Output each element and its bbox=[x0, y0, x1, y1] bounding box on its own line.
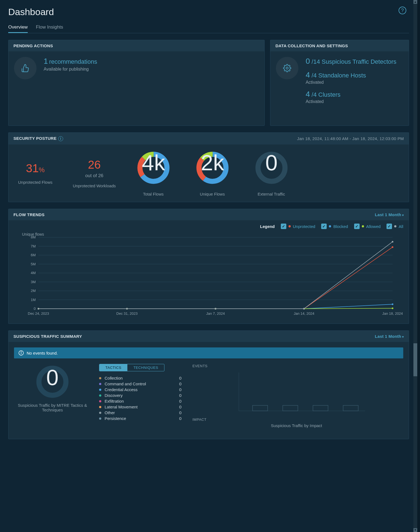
tactic-name: Other bbox=[105, 410, 115, 415]
unprotected-workloads-label: Unprotected Workloads bbox=[70, 183, 118, 188]
tactics-tab[interactable]: TACTICS bbox=[99, 364, 127, 371]
unique-flows-donut: 2k bbox=[195, 150, 230, 186]
scroll-up-arrow-icon[interactable]: ▲ bbox=[413, 0, 417, 4]
vertical-scrollbar[interactable]: ▲ ▼ bbox=[413, 0, 417, 532]
chevron-down-icon: ▾ bbox=[402, 335, 404, 338]
flow-trends-card: FLOW TRENDS Last 1 Month▾ Legend ✓Unprot… bbox=[8, 209, 409, 324]
tactic-name: Collection bbox=[105, 376, 123, 380]
info-icon[interactable]: i bbox=[58, 136, 63, 141]
total-flows-cell: 4k Total Flows bbox=[129, 150, 177, 196]
impact-chart-label: Suspicious Traffic by Impact bbox=[192, 423, 401, 428]
svg-text:8M: 8M bbox=[31, 235, 36, 239]
tactic-row: Other0 bbox=[99, 410, 181, 416]
svg-text:1M: 1M bbox=[31, 298, 36, 302]
tactic-row: Persistence0 bbox=[99, 416, 181, 421]
svg-rect-65 bbox=[343, 405, 358, 411]
tactic-name: Discovery bbox=[105, 393, 123, 398]
legend-allowed[interactable]: ✓Allowed bbox=[354, 224, 381, 229]
checkbox-icon[interactable]: ✓ bbox=[354, 224, 360, 229]
svg-point-49 bbox=[392, 307, 393, 309]
unprotected-workloads-cell: 26 out of 26 Unprotected Workloads bbox=[70, 158, 118, 188]
total-flows-donut: 4k bbox=[136, 150, 171, 186]
scroll-down-arrow-icon[interactable]: ▼ bbox=[413, 528, 417, 532]
unprotected-flows-cell: 31% Unprotected Flows bbox=[11, 162, 59, 185]
svg-point-51 bbox=[126, 308, 128, 310]
svg-text:Dec 24, 2023: Dec 24, 2023 bbox=[28, 311, 49, 316]
data-collection-card: DATA COLLECTION AND SETTINGS 0 /14 Suspi… bbox=[270, 40, 409, 126]
posture-timestamp: Jan 18, 2024, 11:48:00 AM - Jan 18, 2024… bbox=[297, 136, 404, 141]
svg-point-44 bbox=[392, 303, 393, 305]
impact-axis-label: IMPACT bbox=[192, 417, 401, 422]
help-icon[interactable]: ? bbox=[399, 7, 406, 14]
tactic-row: Lateral Movement0 bbox=[99, 404, 181, 410]
tactics-list: Collection0Command and Control0Credentia… bbox=[99, 375, 181, 421]
chevron-down-icon: ▾ bbox=[402, 213, 404, 217]
svg-text:0: 0 bbox=[265, 150, 278, 175]
svg-text:2k: 2k bbox=[201, 150, 224, 175]
legend-all[interactable]: ✓All bbox=[387, 224, 403, 229]
suspicious-header: SUSPICIOUS TRAFFIC SUMMARY bbox=[13, 334, 82, 339]
svg-text:4M: 4M bbox=[31, 271, 36, 275]
security-posture-card: SECURITY POSTUREi Jan 18, 2024, 11:48:00… bbox=[8, 132, 409, 202]
checkbox-icon[interactable]: ✓ bbox=[387, 224, 392, 229]
flow-trends-range-selector[interactable]: Last 1 Month▾ bbox=[375, 212, 404, 217]
pending-recommendation[interactable]: 1 recommendations Available for publishi… bbox=[44, 57, 97, 72]
legend-unprotected[interactable]: ✓Unprotected bbox=[281, 224, 315, 229]
scrollbar-thumb[interactable] bbox=[413, 343, 417, 376]
legend-blocked[interactable]: ✓Blocked bbox=[321, 224, 348, 229]
tactic-value: 0 bbox=[179, 387, 181, 392]
legend-label: Legend bbox=[260, 224, 275, 229]
tab-flow-insights[interactable]: Flow Insights bbox=[36, 22, 63, 33]
svg-text:0: 0 bbox=[46, 365, 59, 390]
svg-point-39 bbox=[392, 246, 393, 248]
info-circle-icon bbox=[18, 350, 24, 356]
svg-point-57 bbox=[21, 352, 21, 352]
total-flows-label: Total Flows bbox=[129, 192, 177, 196]
hosts-link[interactable]: 4 /4 Standalone Hosts Activated bbox=[306, 71, 403, 85]
checkbox-icon[interactable]: ✓ bbox=[281, 224, 286, 229]
svg-text:0: 0 bbox=[34, 307, 36, 311]
unprotected-workloads-value: 26 bbox=[70, 158, 118, 171]
checkbox-icon[interactable]: ✓ bbox=[321, 224, 327, 229]
tactic-dot-icon bbox=[99, 417, 101, 420]
security-posture-header: SECURITY POSTURE bbox=[13, 136, 57, 141]
unprotected-flows-label: Unprotected Flows bbox=[11, 180, 59, 185]
detectors-link[interactable]: 0 /14 Suspicious Traffic Detectors bbox=[306, 57, 403, 66]
tactic-dot-icon bbox=[99, 406, 101, 408]
tactic-dot-icon bbox=[99, 389, 101, 391]
tactic-name: Command and Control bbox=[105, 381, 146, 386]
detectors-count: 0 bbox=[306, 57, 310, 65]
external-traffic-label: External Traffic bbox=[247, 192, 295, 196]
tactic-row: Collection0 bbox=[99, 375, 181, 381]
svg-text:7M: 7M bbox=[31, 244, 36, 248]
svg-rect-62 bbox=[253, 405, 268, 411]
flow-trends-legend: Legend ✓Unprotected ✓Blocked ✓Allowed ✓A… bbox=[9, 220, 409, 229]
suspicious-range-selector[interactable]: Last 1 Month▾ bbox=[375, 334, 404, 339]
mitre-donut: 0 bbox=[35, 364, 70, 400]
unprotected-flows-value: 31 bbox=[26, 162, 39, 175]
svg-point-0 bbox=[286, 67, 289, 69]
svg-text:Dec 31, 2023: Dec 31, 2023 bbox=[116, 311, 138, 316]
tactic-name: Lateral Movement bbox=[105, 405, 138, 409]
tactic-value: 0 bbox=[179, 416, 181, 421]
svg-text:Jan 7, 2024: Jan 7, 2024 bbox=[206, 311, 225, 316]
svg-text:Jan 18, 2024: Jan 18, 2024 bbox=[382, 311, 403, 316]
tab-overview[interactable]: Overview bbox=[8, 22, 28, 33]
events-label: EVENTS bbox=[192, 364, 401, 368]
mitre-donut-label: Suspicious Traffic by MITRE Tactics & Te… bbox=[17, 403, 88, 412]
data-collection-header: DATA COLLECTION AND SETTINGS bbox=[270, 40, 409, 51]
hosts-count: 4 bbox=[306, 71, 310, 79]
tactics-techniques-toggle: TACTICS TECHNIQUES bbox=[99, 364, 164, 371]
svg-point-54 bbox=[392, 241, 393, 243]
tactic-row: Command and Control0 bbox=[99, 381, 181, 387]
tactic-name: Credential Access bbox=[105, 387, 138, 392]
no-events-banner: No events found. bbox=[14, 347, 403, 358]
techniques-tab[interactable]: TECHNIQUES bbox=[127, 364, 164, 371]
svg-rect-63 bbox=[283, 405, 298, 411]
clusters-status: Activated bbox=[306, 99, 403, 104]
tactic-value: 0 bbox=[179, 410, 181, 415]
tactic-value: 0 bbox=[179, 393, 181, 398]
tactic-dot-icon bbox=[99, 394, 101, 397]
clusters-link[interactable]: 4 /4 Clusters Activated bbox=[306, 90, 403, 104]
tactic-name: Persistence bbox=[105, 416, 126, 421]
